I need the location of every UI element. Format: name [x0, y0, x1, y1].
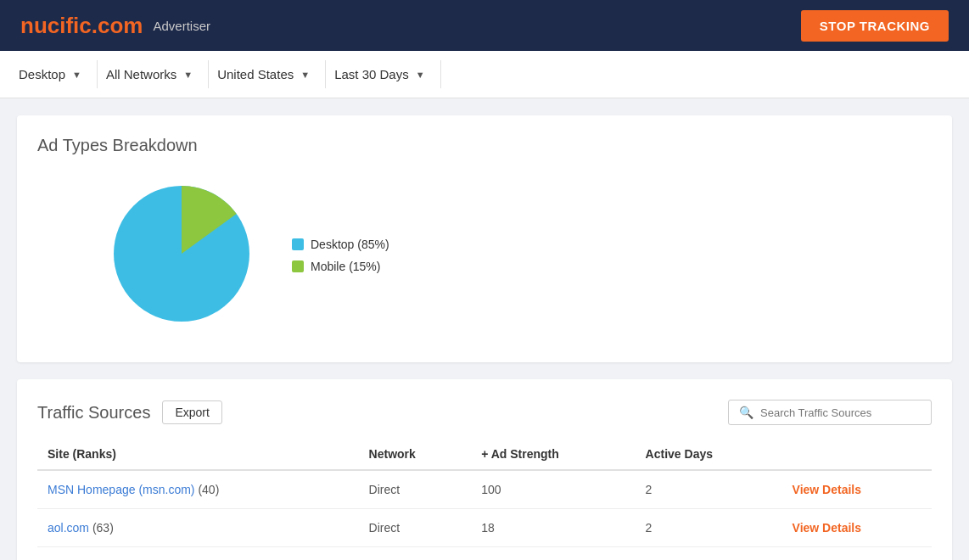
export-button[interactable]: Export — [162, 400, 221, 424]
filter-networks[interactable]: All Networks ▼ — [98, 60, 209, 88]
chevron-down-icon: ▼ — [416, 70, 425, 80]
cell-network-1: Direct — [359, 470, 472, 509]
ad-types-title: Ad Types Breakdown — [37, 136, 932, 155]
legend-label-desktop: Desktop (85%) — [311, 238, 389, 251]
legend-color-desktop — [292, 238, 304, 250]
traffic-sources-table: Site (Ranks) Network + Ad Strength Activ… — [37, 439, 932, 547]
legend-label-mobile: Mobile (15%) — [311, 260, 380, 273]
cell-network-2: Direct — [359, 509, 472, 547]
cell-site-2: aol.com (63) — [37, 509, 359, 547]
filter-period-label: Last 30 Days — [334, 67, 409, 81]
cell-adstrength-1: 100 — [471, 470, 635, 509]
view-details-2[interactable]: View Details — [793, 521, 861, 535]
view-details-1[interactable]: View Details — [793, 483, 861, 496]
main-content: Ad Types Breakdown Des — [0, 98, 969, 560]
site-link-2[interactable]: aol.com — [48, 521, 89, 535]
table-row: aol.com (63) Direct 18 2 View Details — [37, 509, 932, 547]
cell-site-1: MSN Homepage (msn.com) (40) — [37, 470, 359, 509]
col-active-days: Active Days — [636, 439, 782, 470]
col-site: Site (Ranks) — [37, 439, 359, 470]
filter-device[interactable]: Desktop ▼ — [14, 60, 98, 88]
table-row: MSN Homepage (msn.com) (40) Direct 100 2… — [37, 470, 932, 509]
traffic-title-row: Traffic Sources Export — [37, 400, 222, 424]
header-left: nucific.com Advertiser — [20, 13, 210, 39]
pie-container: Desktop (85%) Mobile (15%) — [37, 169, 932, 342]
search-input[interactable] — [760, 406, 921, 419]
stop-tracking-button[interactable]: STOP TRACKING — [801, 10, 949, 42]
legend-item-desktop: Desktop (85%) — [292, 238, 389, 251]
ad-types-card: Ad Types Breakdown Des — [17, 115, 952, 362]
chart-legend: Desktop (85%) Mobile (15%) — [292, 238, 389, 273]
legend-color-mobile — [292, 260, 304, 272]
rank-2: (63) — [92, 521, 114, 535]
cell-adstrength-2: 18 — [471, 509, 635, 547]
search-box[interactable]: 🔍 — [728, 400, 932, 425]
chevron-down-icon: ▼ — [300, 70, 310, 80]
filter-bar: Desktop ▼ All Networks ▼ United States ▼… — [0, 51, 969, 98]
filter-country-label: United States — [217, 67, 294, 81]
rank-1: (40) — [198, 483, 219, 496]
brand-name: nucific.com — [20, 13, 143, 39]
traffic-header: Traffic Sources Export 🔍 — [37, 400, 932, 425]
col-ad-strength: + Ad Strength — [471, 439, 635, 470]
table-header-row: Site (Ranks) Network + Ad Strength Activ… — [37, 439, 932, 470]
chevron-down-icon: ▼ — [183, 70, 193, 80]
filter-networks-label: All Networks — [106, 67, 176, 81]
col-network: Network — [359, 439, 472, 470]
col-actions — [782, 439, 932, 470]
legend-item-mobile: Mobile (15%) — [292, 260, 389, 273]
cell-action-1: View Details — [782, 470, 932, 509]
traffic-sources-title: Traffic Sources — [37, 403, 150, 423]
cell-activedays-2: 2 — [636, 509, 782, 547]
filter-device-label: Desktop — [19, 67, 65, 81]
filter-country[interactable]: United States ▼ — [209, 60, 326, 88]
chevron-down-icon: ▼ — [72, 70, 81, 80]
header: nucific.com Advertiser STOP TRACKING — [0, 0, 969, 51]
cell-activedays-1: 2 — [636, 470, 782, 509]
search-icon: 🔍 — [739, 406, 753, 419]
traffic-sources-card: Traffic Sources Export 🔍 Site (Ranks) Ne… — [17, 379, 952, 560]
pie-chart — [105, 177, 258, 333]
cell-action-2: View Details — [782, 509, 932, 547]
brand-subtitle: Advertiser — [153, 19, 210, 33]
filter-period[interactable]: Last 30 Days ▼ — [326, 60, 440, 88]
site-link-1[interactable]: MSN Homepage (msn.com) — [48, 483, 195, 496]
